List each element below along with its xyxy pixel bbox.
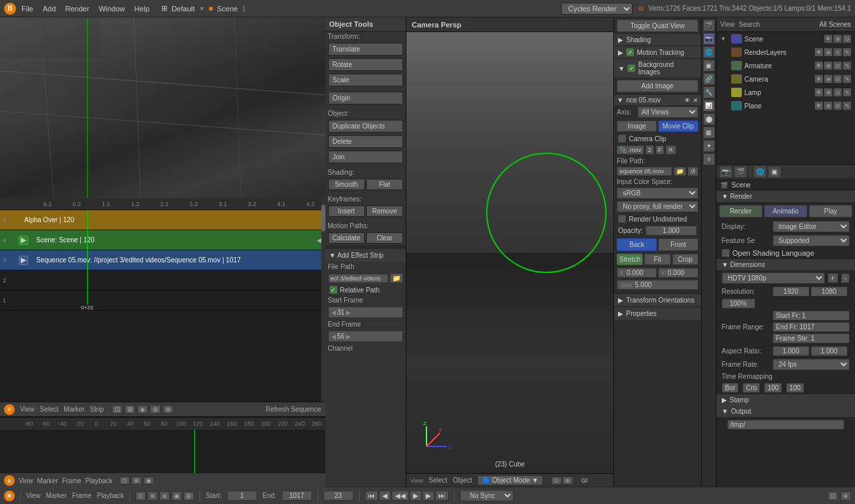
y-field[interactable]: Y: 0.000 [658,268,698,278]
arm-icon-4[interactable]: ✎ [843,62,851,70]
timeline-scrollbar-thumb[interactable] [321,205,325,232]
toggle-quad-view-btn[interactable]: Toggle Quad View [617,19,698,32]
flat-btn[interactable]: Flat [366,179,403,190]
file-path-browse[interactable]: 📁 [674,167,686,176]
start-val[interactable]: 1 [227,491,257,501]
play-btn[interactable]: Play [809,205,852,218]
menu-file[interactable]: File [21,5,33,13]
outliner-item-camera[interactable]: Camera 👁 ⊕ ⊙ ✎ [716,72,855,86]
seq-view-btn[interactable]: View [20,406,35,413]
seq-playback-btn[interactable]: Playback [86,477,113,485]
bv-icon-4[interactable]: ◉ [171,491,182,501]
rl-icon-4[interactable]: ✎ [843,48,851,56]
render-btn[interactable]: Render [719,205,763,218]
stretch-btn[interactable]: Stretch [617,254,643,265]
smooth-btn[interactable]: Smooth [328,179,365,190]
filepath-input[interactable]: ect 3/edited videos [328,274,388,283]
viewport-3d[interactable] [0,17,325,198]
y-aspect[interactable]: 1.000 [811,346,848,356]
seq-frame-btn[interactable]: Frame [62,477,82,485]
fit-btn[interactable]: Fit [644,254,670,265]
arm-icon-3[interactable]: ⊙ [834,62,842,70]
cam-icon-out-2[interactable]: ⊕ [824,75,832,83]
ie-eye-icon[interactable]: 👁 [684,97,690,104]
camera-clip-checkbox[interactable] [618,135,626,143]
skip-end-btn[interactable]: ⏭ [435,491,449,501]
rl-icon-2[interactable]: ⊕ [824,48,832,56]
file-path-reload[interactable]: ↺ [688,167,698,176]
animation-btn[interactable]: Animatio [764,205,807,218]
prop-icon-constraints[interactable]: 🔗 [703,73,715,85]
preset-minus-btn[interactable]: - [841,273,850,283]
rotate-btn[interactable]: Rotate [328,58,403,71]
file-path-value[interactable]: equence 05.mov [617,167,672,176]
x-aspect[interactable]: 1.000 [773,346,809,356]
scene-icon-3[interactable]: ⊙ [843,35,851,43]
crop-val-field[interactable]: 100 [786,383,804,393]
display-select[interactable]: Image Editor [773,221,850,232]
bv-icon-5[interactable]: ⊞ [183,491,194,501]
current-frame[interactable]: 23 [323,491,354,501]
object-mode-btn[interactable]: 🔵 Object Mode ▼ [477,475,543,485]
percent-field[interactable]: 100% [722,299,755,309]
prop-icon-world[interactable]: 🌐 [703,46,715,58]
rt-icon-world[interactable]: 🌐 [753,166,767,178]
scene-icon-1[interactable]: 👁 [824,35,832,43]
prop-icon-modifiers[interactable]: 🔧 [703,86,715,98]
lamp-icon-1[interactable]: 👁 [815,88,823,96]
start-frame-range[interactable]: Start Fr: 1 [773,311,850,321]
mov-f-btn[interactable]: F [655,145,665,155]
lamp-icon-3[interactable]: ⊙ [834,88,842,96]
outliner-item-renderlayers[interactable]: RenderLayers 👁 ⊕ ⊙ ✎ [716,46,855,59]
rt-icon-obj[interactable]: ▣ [768,166,781,178]
bottom-marker-btn[interactable]: Marker [46,492,67,499]
bv-icon-2[interactable]: ⊕ [147,491,158,501]
prop-icon-material[interactable]: ⬤ [703,113,715,125]
end-val[interactable]: 1017 [282,491,312,501]
relative-path-checkbox[interactable]: ✓ [329,286,337,294]
prop-icon-texture[interactable]: ▦ [703,127,715,139]
seq-icon-1[interactable]: ⊡ [112,405,123,414]
seq-view2-btn[interactable]: View [19,477,33,485]
outliner-view-btn[interactable]: View [720,21,735,28]
seq-icon-2[interactable]: ⊞ [125,405,135,414]
clear-btn[interactable]: Clear [366,232,403,244]
prop-icon-object[interactable]: ▣ [703,60,715,72]
menu-render[interactable]: Render [65,5,89,13]
plane-icon-1[interactable]: 👁 [815,102,823,110]
color-space-select[interactable]: sRGB [617,187,698,199]
remove-btn[interactable]: Remove [366,205,403,217]
scene-icon-2[interactable]: ⊕ [834,35,842,43]
bi-checkbox[interactable]: ✓ [627,64,635,72]
rl-icon-3[interactable]: ⊙ [834,48,842,56]
properties-header[interactable]: ▶ Properties [614,307,700,320]
transform-orientations-header[interactable]: ▶ Transform Orientations [614,293,700,307]
translate-btn[interactable]: Translate [328,43,403,56]
preset-add-btn[interactable]: + [828,273,838,283]
frame-step-range[interactable]: Frame Ste: 1 [773,333,850,343]
crop-btn[interactable]: Crop [672,254,698,265]
fps-select[interactable]: 24 fps [773,359,850,370]
next-frame-btn[interactable]: ▶ [422,491,435,501]
sync-select[interactable]: No Sync [460,490,514,501]
output-path-value[interactable]: /tmp/ [727,420,844,430]
cam-icon-out-1[interactable]: 👁 [815,75,823,83]
back-btn[interactable]: Back [617,238,657,251]
play-fwd-btn[interactable]: ▶ [410,491,422,501]
camera-viewport[interactable]: X Z Y (23) Cube [406,32,613,473]
track-row-scene[interactable]: 4 ▶ Scene: Scene | 120 ◀ [0,230,325,250]
rt-icon-camera[interactable]: 📷 [719,166,732,178]
seq-bicon-1[interactable]: ⊡ [119,477,130,485]
bottom-playback-btn[interactable]: Playback [97,492,125,499]
prop-icon-scene[interactable]: 📷 [703,33,715,45]
proxy-select[interactable]: No proxy, full render [617,201,698,212]
outliner-item-armature[interactable]: Armature 👁 ⊕ ⊙ ✎ [716,59,855,72]
mov-field[interactable]: 📎 .mov [617,145,644,155]
bv-icon-3[interactable]: ⊛ [159,491,170,501]
br-icon-2[interactable]: ⊕ [840,491,851,501]
seq-icon-3[interactable]: ◈ [137,405,148,414]
size-field[interactable]: Size: 5.000 [617,280,698,290]
seq-marker-btn[interactable]: Marker [64,406,84,413]
layout-selector[interactable]: ⊞ Default ▼ Scene 1 [161,4,246,13]
seq-marker2-btn[interactable]: Marker [37,477,58,485]
